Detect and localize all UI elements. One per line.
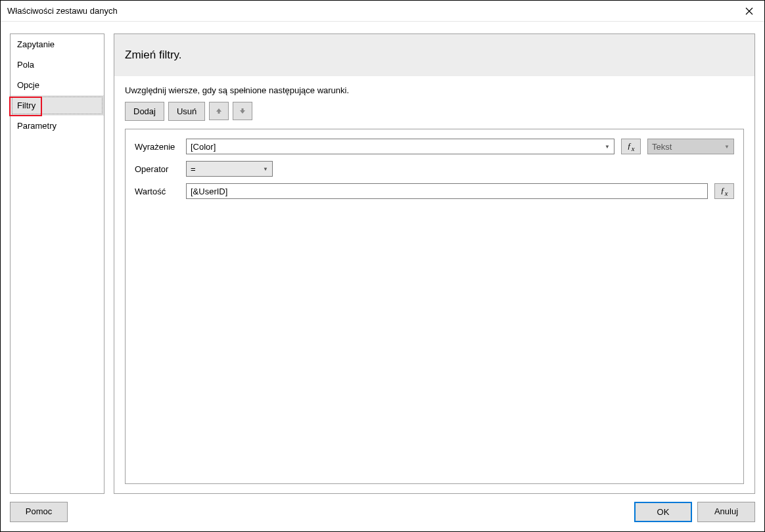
value-input[interactable]: [&UserID] (186, 183, 708, 199)
dataset-properties-dialog: Właściwości zestawu danych Zapytanie Pol… (0, 0, 765, 532)
filter-editor-panel: Wyrażenie [Color] ▼ ƒx Tekst ▼ (125, 129, 744, 484)
move-up-button[interactable] (209, 102, 229, 120)
sidebar-item-fields[interactable]: Pola (11, 55, 104, 75)
delete-button[interactable]: Usuń (168, 102, 205, 121)
operator-combo[interactable]: = ▼ (186, 161, 273, 177)
footer-spacer (73, 502, 629, 522)
fx-label: ƒx (627, 141, 634, 152)
filter-toolbar: Dodaj Usuń (125, 102, 744, 121)
expression-value: [Color] (191, 142, 216, 152)
operator-row: Operator = ▼ (135, 161, 734, 177)
dialog-body: Zapytanie Pola Opcje Filtry Parametry Zm… (1, 22, 764, 494)
expression-row: Wyrażenie [Color] ▼ ƒx Tekst ▼ (135, 139, 734, 154)
page-heading: Zmień filtry. (114, 34, 754, 76)
chevron-down-icon: ▼ (605, 144, 610, 150)
main-panel: Zmień filtry. Uwzględnij wiersze, gdy są… (114, 33, 755, 494)
help-button[interactable]: Pomoc (10, 502, 68, 522)
arrow-up-icon (216, 108, 222, 114)
expression-combo[interactable]: [Color] ▼ (186, 139, 614, 154)
value-text: [&UserID] (191, 187, 227, 196)
type-value: Tekst (652, 142, 672, 152)
dialog-footer: Pomoc OK Anuluj (1, 494, 764, 531)
sidebar-item-options[interactable]: Opcje (11, 75, 104, 95)
ok-button[interactable]: OK (634, 502, 692, 522)
cancel-button[interactable]: Anuluj (697, 502, 755, 522)
operator-value: = (191, 164, 196, 174)
operator-label: Operator (135, 164, 179, 174)
value-label: Wartość (135, 187, 179, 196)
move-down-button[interactable] (233, 102, 252, 120)
value-fx-button[interactable]: ƒx (714, 183, 734, 199)
chevron-down-icon: ▼ (263, 166, 268, 172)
sidebar-item-filters[interactable]: Filtry (11, 95, 104, 116)
value-row: Wartość [&UserID] ƒx (135, 183, 734, 199)
type-combo[interactable]: Tekst ▼ (647, 139, 734, 154)
sidebar: Zapytanie Pola Opcje Filtry Parametry (10, 33, 104, 494)
arrow-down-icon (239, 108, 246, 114)
main-content: Uwzględnij wiersze, gdy są spełnione nas… (114, 76, 754, 493)
sidebar-item-parameters[interactable]: Parametry (11, 116, 104, 136)
instruction-text: Uwzględnij wiersze, gdy są spełnione nas… (125, 85, 744, 95)
sidebar-item-query[interactable]: Zapytanie (11, 34, 104, 55)
close-button[interactable] (734, 1, 764, 22)
close-icon (745, 7, 753, 15)
chevron-down-icon: ▼ (724, 144, 730, 150)
expression-fx-button[interactable]: ƒx (621, 139, 641, 154)
fx-label: ƒx (720, 185, 728, 197)
add-button[interactable]: Dodaj (125, 102, 164, 121)
window-title: Właściwości zestawu danych (7, 6, 734, 16)
expression-label: Wyrażenie (135, 142, 179, 152)
titlebar: Właściwości zestawu danych (1, 1, 764, 22)
